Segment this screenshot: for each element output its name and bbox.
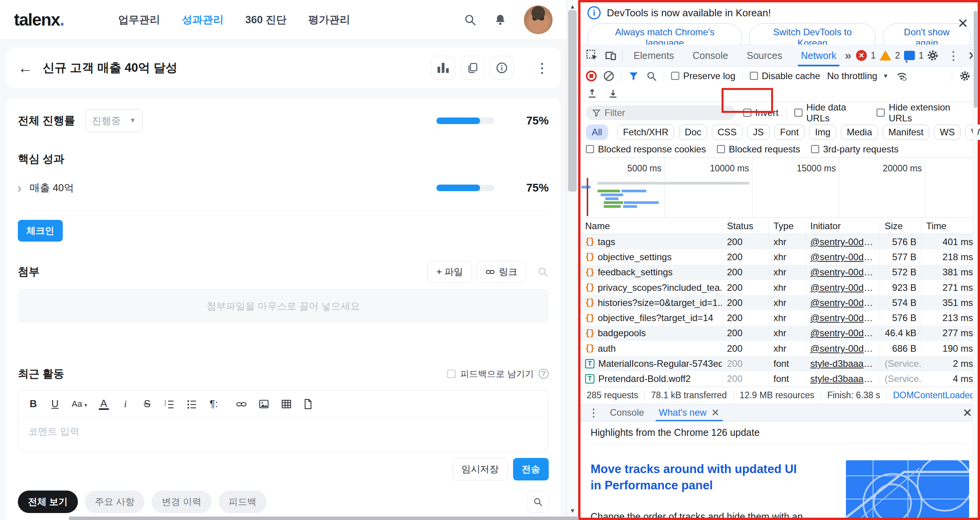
add-file-button[interactable]: + 파일	[427, 261, 472, 283]
nav-item-performance[interactable]: 성과관리	[182, 13, 224, 27]
app-scrollbar[interactable]: ▲ ▼	[567, 0, 578, 520]
column-initiator[interactable]: Initiator	[806, 218, 880, 234]
devtools-menu-icon[interactable]: ⋮	[947, 49, 959, 62]
table-row[interactable]: {}histories?size=0&target_id=1... 200 xh…	[580, 295, 978, 310]
more-options-icon[interactable]: ⋮	[536, 61, 549, 74]
preserve-log-checkbox[interactable]: Preserve log	[671, 71, 735, 81]
hide-data-urls-box[interactable]	[794, 109, 803, 117]
network-conditions-icon[interactable]	[896, 70, 908, 82]
chip-css[interactable]: CSS	[712, 124, 742, 140]
nav-item-360[interactable]: 360 진단	[245, 13, 287, 27]
clear-network-icon[interactable]	[604, 71, 614, 81]
infobar-close-icon[interactable]: ✕	[958, 16, 969, 31]
request-initiator[interactable]: @sentry-00d3e6b	[810, 267, 875, 278]
insert-table-icon[interactable]	[281, 399, 292, 409]
comment-input[interactable]: 코멘트 입력	[18, 417, 548, 446]
table-row[interactable]: {}privacy_scopes?included_tea... 200 xhr…	[580, 280, 978, 295]
drawer-tab-whats-new[interactable]: What's new ✕	[653, 404, 726, 421]
invert-checkbox[interactable]: Invert	[743, 107, 778, 118]
underline-icon[interactable]: U	[50, 398, 60, 410]
nav-item-evaluation[interactable]: 평가관리	[308, 13, 350, 27]
chip-doc[interactable]: Doc	[679, 124, 707, 140]
column-name[interactable]: Name	[580, 218, 722, 234]
chip-font[interactable]: Font	[774, 124, 804, 140]
chip-view-all[interactable]: 전체 보기	[18, 491, 78, 513]
hide-extension-urls-box[interactable]	[877, 109, 885, 117]
checkin-button[interactable]: 체크인	[18, 220, 63, 242]
add-link-button[interactable]: 링크	[477, 261, 526, 283]
record-network-icon[interactable]	[586, 71, 597, 81]
filter-funnel-icon[interactable]	[628, 71, 639, 81]
warning-badge-icon[interactable]	[880, 50, 891, 60]
whats-new-thumbnail[interactable]	[846, 460, 969, 518]
column-time[interactable]: Time	[921, 218, 978, 234]
network-overview-timeline[interactable]: 5000 ms 10000 ms 15000 ms 20000 ms ▲	[580, 158, 978, 218]
attachment-search-icon[interactable]	[537, 266, 549, 278]
throttling-select[interactable]: No throttling ▼	[827, 71, 888, 81]
insert-document-icon[interactable]	[303, 399, 313, 409]
copy-button[interactable]	[460, 56, 484, 80]
save-draft-button[interactable]: 임시저장	[453, 458, 508, 480]
activity-search-button[interactable]	[527, 491, 549, 513]
nav-item-work[interactable]: 업무관리	[118, 13, 160, 27]
insert-image-icon[interactable]	[258, 399, 269, 409]
network-settings-gear-icon[interactable]	[959, 70, 971, 82]
request-initiator[interactable]: @sentry-00d3e6b	[810, 343, 875, 354]
tab-elements[interactable]: Elements	[626, 45, 682, 66]
request-initiator[interactable]: @sentry-00d3e6b	[810, 328, 875, 339]
strikethrough-icon[interactable]: S	[142, 398, 152, 410]
disable-cache-box[interactable]	[750, 72, 758, 80]
request-initiator[interactable]: style-d3baaa54.cs	[810, 358, 875, 369]
info-button[interactable]	[490, 56, 514, 80]
table-row[interactable]: {}objective_settings 200 xhr @sentry-00d…	[580, 249, 978, 264]
filter-input[interactable]	[605, 107, 721, 118]
third-party-checkbox[interactable]: 3rd-party requests	[811, 144, 899, 155]
chip-ws[interactable]: WS	[934, 124, 961, 140]
table-row[interactable]: TPretendard-Bold.woff2 200 font style-d3…	[580, 371, 978, 387]
chip-js[interactable]: JS	[747, 124, 770, 140]
devtools-scrollbar-thumb[interactable]	[974, 11, 977, 108]
column-size[interactable]: Size	[880, 218, 921, 234]
table-row[interactable]: {}feedback_settings 200 xhr @sentry-00d3…	[580, 265, 978, 280]
error-badge-icon[interactable]: ✕	[856, 50, 867, 61]
back-arrow-icon[interactable]: ←	[18, 60, 33, 76]
filter-input-wrap[interactable]	[586, 105, 735, 120]
talenx-logo[interactable]: talenx.	[14, 10, 64, 29]
table-row[interactable]: {}badgepools 200 xhr @sentry-00d3e6b 46.…	[580, 326, 978, 341]
drawer-menu-icon[interactable]: ⋮	[586, 406, 601, 419]
scrollbar-thumb[interactable]	[568, 10, 577, 192]
chip-highlights[interactable]: 주요 사항	[85, 491, 145, 513]
chip-media[interactable]: Media	[841, 124, 878, 140]
chip-img[interactable]: Img	[809, 124, 836, 140]
font-size-icon[interactable]: Aa ▾	[72, 399, 87, 409]
user-avatar[interactable]	[524, 5, 553, 34]
chevron-right-icon[interactable]: ›	[18, 180, 21, 195]
blocked-requests-checkbox[interactable]: Blocked requests	[717, 144, 800, 155]
preserve-log-box[interactable]	[671, 72, 679, 80]
request-initiator[interactable]: @sentry-00d3e6b	[810, 252, 875, 263]
bell-icon[interactable]	[494, 13, 507, 26]
third-party-box[interactable]	[811, 145, 819, 153]
request-initiator[interactable]: @sentry-00d3e6b	[810, 313, 875, 323]
help-icon[interactable]: ?	[539, 369, 549, 379]
export-har-icon[interactable]	[608, 88, 618, 99]
issues-badge-icon[interactable]	[904, 51, 915, 60]
chip-feedback[interactable]: 피드백	[219, 491, 267, 513]
chip-all[interactable]: All	[586, 124, 608, 140]
request-initiator[interactable]: style-d3baaa54.cs	[810, 373, 875, 384]
tab-console[interactable]: Console	[685, 45, 736, 66]
italic-icon[interactable]: i	[121, 398, 131, 410]
comment-editor[interactable]: B U Aa ▾ A i S 12 ¶:	[18, 390, 549, 452]
more-tabs-icon[interactable]: »	[845, 49, 851, 62]
text-color-icon[interactable]: A	[99, 398, 109, 410]
table-row[interactable]: {}tags 200 xhr @sentry-00d3e6b 576 B 401…	[580, 234, 978, 249]
drawer-tab-console[interactable]: Console	[604, 404, 650, 421]
settings-gear-icon[interactable]	[927, 49, 939, 62]
table-row[interactable]: {}objective_files?target_id=14 200 xhr @…	[580, 310, 978, 325]
disable-cache-checkbox[interactable]: Disable cache	[750, 71, 820, 81]
tab-sources[interactable]: Sources	[739, 45, 790, 66]
file-dropzone[interactable]: 첨부파일을 마우스로 끌어 넣으세요	[18, 289, 549, 323]
send-button[interactable]: 전송	[513, 458, 549, 480]
network-search-icon[interactable]	[646, 71, 657, 81]
chip-manifest[interactable]: Manifest	[883, 124, 930, 140]
